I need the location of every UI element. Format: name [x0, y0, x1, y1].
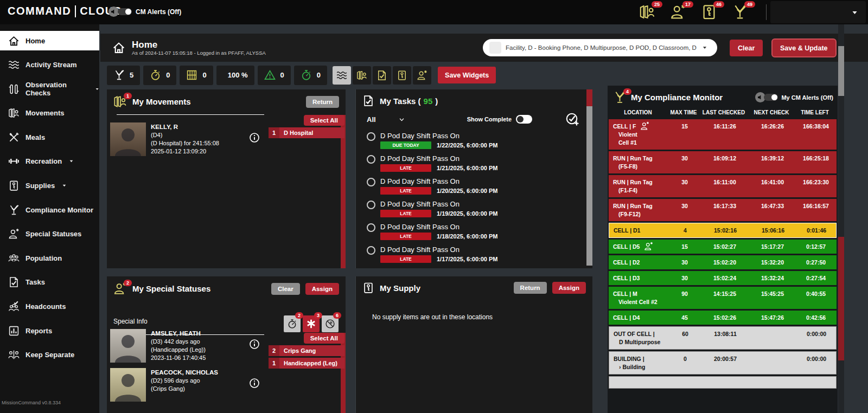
special-count-badge: 2 [124, 280, 132, 286]
sidebar-item-icon [8, 325, 20, 337]
info-icon[interactable] [249, 132, 260, 143]
chevron-down-icon[interactable] [851, 9, 858, 16]
assign-button[interactable]: Assign [305, 283, 339, 295]
show-complete-toggle[interactable] [516, 115, 532, 124]
table-row[interactable]: CELL | M Violent Cell #2 90 14:15:25 15:… [609, 287, 837, 309]
sidebar-item[interactable]: Compliance Monitor [0, 200, 99, 220]
chevron-down-icon[interactable] [399, 117, 405, 122]
return-button[interactable]: Return [514, 282, 547, 294]
scrollbar-thumb[interactable] [838, 46, 844, 96]
table-row[interactable]: CELL | D1 4 15:02:16 15:06:16 0:01:46 [609, 223, 837, 238]
table-row[interactable]: BUILDING | › Building 0 20:00:57 0:00:00 [609, 351, 837, 375]
save-widgets-button[interactable]: Save Widgets [438, 67, 496, 83]
info-icon[interactable] [249, 378, 260, 389]
facility-select-clear[interactable] [489, 42, 501, 54]
table-row[interactable]: CELL | D3 30 15:02:24 15:32:24 0:27:54 [609, 271, 837, 285]
table-row[interactable]: RUN | Run Tag (F1-F4) 30 16:11:00 16:41:… [609, 175, 837, 197]
topbar-badge-icon[interactable]: 17 [670, 4, 686, 20]
tasks-scrollbar[interactable] [586, 106, 592, 266]
sidebar-item[interactable]: Activity Stream [0, 55, 99, 75]
selection-row[interactable]: 2 Crips Gang [269, 345, 344, 356]
task-row[interactable]: D Pod Day Shift Pass On LATE 1/18/2025, … [356, 221, 592, 243]
selection-row[interactable]: 1 D Hospital [269, 127, 344, 138]
table-row[interactable]: CELL | D5 15 15:02:27 15:17:27 0:12:57 [609, 240, 837, 254]
tasks-filter-select[interactable]: All [367, 115, 376, 124]
topbar-badge-icon[interactable]: 46 [701, 4, 717, 20]
inmate-photo [110, 368, 146, 402]
user-menu[interactable] [770, 1, 866, 23]
task-checkbox[interactable] [367, 246, 375, 255]
widget-toggle-icon [417, 70, 427, 81]
table-row[interactable] [609, 376, 837, 389]
return-button[interactable]: Return [306, 96, 339, 108]
widget-toggle-button[interactable] [393, 66, 411, 85]
task-row[interactable]: D Pod Day Shift Pass On LATE 1/20/2025, … [356, 175, 592, 198]
task-checkbox[interactable] [367, 223, 375, 232]
sidebar-item[interactable]: Special Statuses [0, 224, 99, 244]
my-compliance-monitor-panel: 4 My Compliance Monitor My CM Alerts (Of… [608, 86, 838, 413]
cm-alerts-switch[interactable] [118, 8, 132, 15]
sidebar-item[interactable]: Movements [0, 104, 99, 123]
sidebar-item[interactable]: Population [0, 248, 99, 268]
widget-toggle-button[interactable] [413, 66, 431, 85]
topbar-badge-icon[interactable]: 49 [732, 4, 748, 20]
row-next-check: 16:26:26 [750, 119, 795, 150]
widget-counter[interactable]: 5 [107, 66, 140, 85]
table-row[interactable]: CELL | D2 30 15:02:20 15:32:20 0:27:50 [609, 255, 837, 269]
widget-counter[interactable]: 0 [294, 66, 327, 85]
task-checkbox[interactable] [367, 201, 375, 209]
facility-select[interactable]: Facility, D - Booking Phone, D Multipurp… [483, 39, 717, 56]
selection-row[interactable]: 1 Handicapped (Leg) [269, 358, 344, 369]
table-row[interactable]: RUN | Run Tag (F9-F12) 30 16:17:33 16:47… [609, 199, 837, 221]
widget-counter[interactable]: 100 % [216, 66, 254, 85]
cm-alerts-switch[interactable] [764, 94, 778, 101]
special-status-row[interactable]: PEACOCK, NICHOLAS (D2) 596 days ago (Cri… [107, 366, 346, 405]
row-last-checked: 15:02:16 [700, 223, 750, 237]
task-row[interactable]: D Pod Day Shift Pass On DUE TODAY 1/22/2… [356, 130, 592, 152]
widget-toggle-button[interactable] [373, 66, 391, 85]
task-row[interactable]: D Pod Day Shift Pass On LATE 1/17/2025, … [356, 243, 592, 266]
widget-counter-icon [301, 69, 312, 81]
widget-counter[interactable]: 0 [258, 66, 291, 85]
cm-alerts-toggle[interactable]: CM Alerts (Off) [108, 7, 181, 17]
widget-toggle-button[interactable] [333, 66, 351, 85]
topbar-badge-icon[interactable]: 25 [639, 4, 655, 20]
select-all-button[interactable]: Select All [304, 115, 344, 126]
sidebar-item[interactable]: Keep Separate [0, 345, 99, 365]
row-next-check: 15:32:20 [750, 255, 795, 269]
sidebar-item[interactable]: Recreation [0, 152, 99, 171]
table-row[interactable]: RUN | Run Tag (F5-F8) 30 16:09:12 16:39:… [609, 151, 837, 173]
sidebar-item[interactable]: Home [0, 31, 99, 50]
task-checkbox[interactable] [367, 155, 375, 164]
sidebar-item-icon [8, 276, 20, 288]
status-timestamp: 2023-11-06 17:40:45 [151, 354, 206, 362]
task-row[interactable]: D Pod Day Shift Pass On LATE 1/19/2025, … [356, 198, 592, 221]
sidebar-item[interactable]: Supplies [0, 176, 99, 196]
widget-toggle-button[interactable] [353, 66, 371, 85]
widget-counter[interactable]: 0 [180, 66, 213, 85]
task-row[interactable]: D Pod Day Shift Pass On [356, 266, 592, 268]
sidebar-item[interactable]: Headcounts [0, 297, 99, 317]
task-row[interactable]: D Pod Day Shift Pass On LATE 1/21/2025, … [356, 152, 592, 175]
my-cm-alerts-toggle[interactable]: My CM Alerts (Off) [755, 92, 833, 102]
task-checkbox[interactable] [367, 178, 375, 186]
sidebar-item[interactable]: Reports [0, 321, 99, 340]
page-scrollbar[interactable] [838, 24, 844, 413]
row-max-time: 30 [669, 271, 700, 285]
assign-button[interactable]: Assign [552, 282, 586, 294]
compliance-title: My Compliance Monitor [631, 93, 723, 102]
info-icon[interactable] [249, 339, 260, 350]
sidebar-item[interactable]: Meals [0, 127, 99, 147]
widget-counter[interactable]: 0 [143, 66, 176, 85]
save-update-button[interactable]: Save & Update [771, 38, 837, 57]
sidebar-item[interactable]: Tasks [0, 273, 99, 292]
table-row[interactable]: CELL | F Violent Cell #1 15 16:11:26 16:… [609, 119, 837, 150]
complete-task-icon[interactable] [565, 112, 579, 126]
task-checkbox[interactable] [367, 132, 375, 141]
select-all-button[interactable]: Select All [304, 333, 344, 344]
sidebar-item[interactable]: Observation Checks [0, 79, 99, 99]
table-row[interactable]: OUT OF CELL | D Multipurpose 60 13:08:11… [609, 326, 837, 350]
clear-button[interactable]: Clear [730, 40, 763, 56]
table-row[interactable]: CELL | D4 45 15:02:26 15:47:26 0:42:56 [609, 311, 837, 325]
clear-button[interactable]: Clear [271, 283, 300, 295]
